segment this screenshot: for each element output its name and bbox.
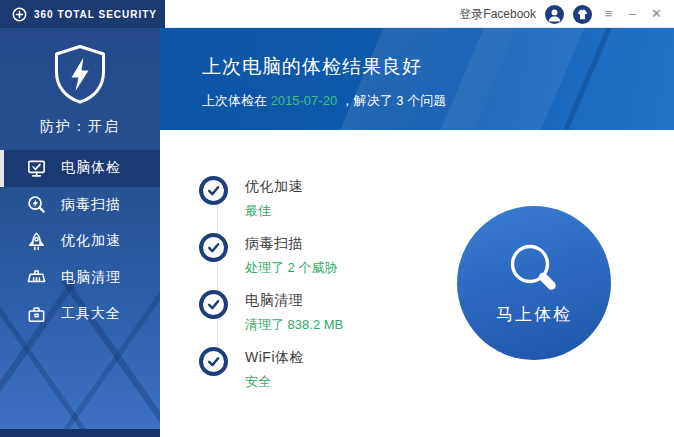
banner-title: 上次电脑的体检结果良好 (202, 54, 674, 80)
banner-subtitle: 上次体检在 2015-07-20 ，解决了 3 个问题 (202, 92, 674, 110)
sidebar-item-label: 电脑体检 (61, 159, 121, 177)
check-circle-icon (199, 233, 228, 262)
main-content: 优化加速 最佳 病毒扫描 处理了 2 个威胁 电脑清理 (160, 130, 674, 437)
check-item-status: 清理了 838.2 MB (245, 316, 343, 334)
list-item: 优化加速 最佳 (199, 176, 343, 233)
protection-status-label: 防护：开启 (0, 118, 160, 136)
check-circle-icon (199, 290, 228, 319)
check-circle-icon (199, 176, 228, 205)
app-window: 360 TOTAL SECURITY 登录Facebook (0, 0, 674, 437)
magnifier-icon (506, 240, 562, 296)
dustpan-icon (26, 267, 47, 288)
last-checkup-date: 2015-07-20 (271, 93, 338, 108)
sidebar-item-checkup[interactable]: 电脑体检 (0, 150, 160, 187)
sidebar-bottom-strip (0, 429, 160, 437)
logo-text: 360 TOTAL SECURITY (34, 9, 157, 20)
logo-360-icon (12, 7, 27, 22)
check-item-label: 病毒扫描 (245, 235, 337, 253)
checkup-result-list: 优化加速 最佳 病毒扫描 处理了 2 个威胁 电脑清理 (199, 176, 343, 404)
theme-wardrobe-icon[interactable] (573, 5, 592, 24)
sidebar-menu: 电脑体检 病毒扫描 优化加速 (0, 150, 160, 333)
app-logo: 360 TOTAL SECURITY (0, 0, 165, 28)
sidebar: 防护：开启 电脑体检 病毒扫描 (0, 28, 160, 437)
check-item-status: 安全 (245, 373, 304, 391)
close-button[interactable]: ✕ (649, 0, 664, 28)
list-item: 电脑清理 清理了 838.2 MB (199, 290, 343, 347)
computer-check-icon (26, 158, 47, 179)
banner-subtitle-suffix: ，解决了 3 个问题 (337, 93, 446, 108)
check-item-label: 优化加速 (245, 178, 303, 196)
main-menu-button[interactable]: ≡ (601, 0, 616, 28)
titlebar-controls: 登录Facebook ≡ – ✕ (459, 0, 664, 28)
sidebar-item-label: 优化加速 (61, 232, 121, 250)
sidebar-item-label: 电脑清理 (61, 269, 121, 287)
check-item-label: WiFi体检 (245, 349, 304, 367)
user-account-icon[interactable] (545, 5, 564, 24)
start-checkup-button[interactable]: 马上体检 (457, 206, 611, 360)
facebook-login-link[interactable]: 登录Facebook (459, 6, 536, 23)
scan-magnifier-icon (26, 194, 47, 215)
sidebar-item-virus-scan[interactable]: 病毒扫描 (0, 187, 160, 224)
sidebar-item-label: 工具大全 (61, 305, 121, 323)
sidebar-item-label: 病毒扫描 (61, 196, 121, 214)
check-item-status: 最佳 (245, 202, 303, 220)
shield-lightning-icon (53, 44, 107, 104)
check-circle-icon (199, 347, 228, 376)
list-item: 病毒扫描 处理了 2 个威胁 (199, 233, 343, 290)
sidebar-item-speedup[interactable]: 优化加速 (0, 223, 160, 260)
check-item-status: 处理了 2 个威胁 (245, 259, 337, 277)
list-item: WiFi体检 安全 (199, 347, 343, 404)
sidebar-item-toolbox[interactable]: 工具大全 (0, 296, 160, 333)
toolbox-icon (26, 304, 47, 325)
banner-subtitle-prefix: 上次体检在 (202, 93, 271, 108)
start-checkup-label: 马上体检 (496, 303, 572, 326)
check-item-label: 电脑清理 (245, 292, 343, 310)
protection-status-panel[interactable]: 防护：开启 (0, 28, 160, 136)
sidebar-item-cleanup[interactable]: 电脑清理 (0, 260, 160, 297)
rocket-icon (26, 231, 47, 252)
minimize-button[interactable]: – (625, 0, 640, 28)
result-banner: 上次电脑的体检结果良好 上次体检在 2015-07-20 ，解决了 3 个问题 (160, 28, 674, 130)
titlebar: 360 TOTAL SECURITY 登录Facebook (0, 0, 674, 28)
